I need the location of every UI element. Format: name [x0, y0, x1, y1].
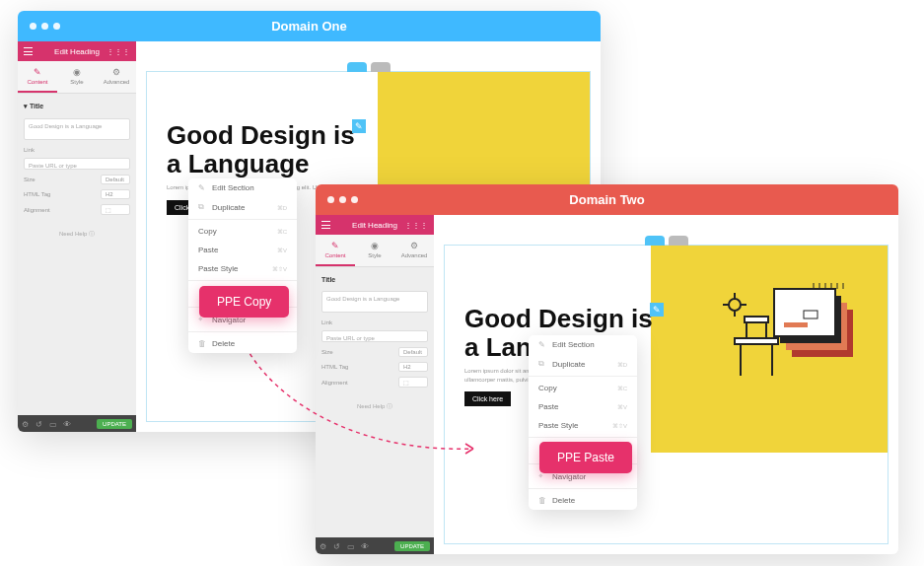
htmltag-select[interactable]: H2 [101, 189, 130, 199]
menu-delete[interactable]: 🗑Delete [529, 491, 637, 510]
menu-paste-style[interactable]: Paste Style⌘⇧V [529, 416, 637, 435]
tab-content[interactable]: ✎Content [316, 235, 355, 266]
separator [188, 280, 297, 281]
sidebar-header: Edit Heading ⋮⋮⋮ [316, 215, 434, 235]
editor-sidebar: Edit Heading ⋮⋮⋮ ✎Content ◉Style ⚙Advanc… [18, 41, 136, 432]
handle-add[interactable] [347, 62, 367, 72]
menu-icon[interactable] [321, 221, 330, 229]
droplet-icon: ◉ [357, 241, 392, 250]
image-widget[interactable] [651, 246, 888, 453]
apps-icon[interactable]: ⋮⋮⋮ [404, 221, 428, 230]
trash-icon: 🗑 [538, 496, 547, 505]
preview-icon[interactable]: 👁 [63, 420, 71, 428]
update-button[interactable]: UPDATE [97, 419, 132, 429]
need-help-link[interactable]: Need Help ⓘ [24, 230, 130, 239]
sidebar-title: Edit Heading [54, 47, 100, 56]
menu-duplicate[interactable]: ⧉Duplicate⌘D [529, 354, 637, 374]
apps-icon[interactable]: ⋮⋮⋮ [107, 47, 130, 56]
menu-edit-section[interactable]: ✎Edit Section [529, 335, 637, 354]
svg-rect-3 [774, 289, 835, 336]
link-input[interactable]: Paste URL or type [24, 158, 130, 170]
pencil-icon: ✎ [198, 183, 207, 192]
image-widget[interactable] [378, 72, 590, 200]
update-button[interactable]: UPDATE [394, 541, 430, 551]
svg-point-6 [729, 299, 741, 311]
sidebar-tabs: ✎Content ◉Style ⚙Advanced [316, 235, 434, 267]
menu-copy[interactable]: Copy⌘C [188, 222, 297, 241]
gear-icon: ⚙ [99, 67, 134, 77]
preview-icon[interactable]: 👁 [361, 542, 369, 550]
responsive-icon[interactable]: ▭ [49, 420, 57, 428]
sidebar-title: Edit Heading [352, 221, 397, 230]
sidebar-tabs: ✎Content ◉Style ⚙Advanced [18, 61, 136, 94]
svg-rect-5 [784, 322, 808, 327]
tab-advanced[interactable]: ⚙Advanced [394, 235, 434, 266]
context-menu: ✎Edit Section ⧉Duplicate⌘D Copy⌘C Paste⌘… [188, 178, 297, 353]
alignment-row: Alignment⬚ [24, 204, 130, 215]
history-icon[interactable]: ↺ [333, 542, 341, 550]
sidebar-panel: ▾ Title Good Design is a Language Link P… [18, 94, 136, 415]
pencil-icon: ✎ [538, 340, 547, 349]
separator [529, 376, 637, 377]
menu-paste[interactable]: Paste⌘V [529, 397, 637, 416]
menu-paste[interactable]: Paste⌘V [188, 241, 297, 259]
tab-advanced[interactable]: ⚙Advanced [97, 61, 136, 93]
edit-icon[interactable]: ✎ [352, 119, 366, 133]
context-menu: ✎Edit Section ⧉Duplicate⌘D Copy⌘C Paste⌘… [529, 335, 637, 510]
trash-icon: 🗑 [198, 339, 207, 348]
title-bar-two: Domain Two [316, 184, 898, 215]
settings-icon[interactable]: ⚙ [22, 420, 30, 428]
sidebar-footer: ⚙ ↺ ▭ 👁 UPDATE [18, 415, 136, 432]
settings-icon[interactable]: ⚙ [320, 542, 327, 550]
sidebar-header: Edit Heading ⋮⋮⋮ [18, 41, 136, 61]
svg-rect-12 [745, 317, 768, 322]
title-textarea[interactable]: Good Design is a Language [321, 291, 428, 313]
section-handles[interactable] [347, 62, 391, 72]
tab-content[interactable]: ✎Content [18, 61, 57, 93]
menu-delete[interactable]: 🗑Delete [188, 334, 297, 353]
link-label: Link [24, 147, 130, 153]
responsive-icon[interactable]: ▭ [347, 542, 355, 550]
separator [529, 488, 637, 489]
window-title: Domain One [18, 19, 601, 34]
handle-drag[interactable] [669, 236, 688, 246]
section-outline[interactable]: ✎ Good Design is a Lang Lorem ipsum dolo… [444, 245, 888, 544]
gear-icon: ⚙ [396, 241, 432, 250]
pencil-icon: ✎ [20, 67, 55, 77]
pencil-icon: ✎ [318, 241, 353, 250]
separator [529, 437, 637, 438]
section-handles[interactable] [645, 236, 688, 246]
handle-add[interactable] [645, 236, 665, 246]
htmltag-row: HTML TagH2 [24, 189, 130, 199]
ppe-copy-button[interactable]: PPE Copy [199, 286, 289, 318]
section-title[interactable]: ▾ Title [24, 100, 130, 113]
menu-copy[interactable]: Copy⌘C [529, 379, 637, 397]
handle-drag[interactable] [371, 62, 391, 72]
separator [188, 219, 297, 220]
edit-icon[interactable]: ✎ [650, 303, 664, 317]
tab-style[interactable]: ◉Style [57, 61, 97, 93]
duplicate-icon: ⧉ [198, 202, 207, 212]
heading-text: Good Design is a Language [167, 121, 364, 177]
menu-paste-style[interactable]: Paste Style⌘⇧V [188, 259, 297, 278]
size-select[interactable]: Default [101, 175, 130, 184]
ppe-paste-button[interactable]: PPE Paste [539, 442, 632, 473]
title-bar-one: Domain One [18, 11, 601, 41]
menu-duplicate[interactable]: ⧉Duplicate⌘D [188, 197, 297, 217]
title-textarea[interactable]: Good Design is a Language [24, 118, 130, 140]
tab-style[interactable]: ◉Style [355, 235, 394, 266]
canvas-area: ✎ Good Design is a Lang Lorem ipsum dolo… [434, 215, 898, 554]
svg-rect-7 [735, 338, 778, 344]
illustration-icon [715, 275, 873, 403]
menu-icon[interactable] [24, 47, 33, 55]
separator [188, 331, 297, 332]
window-title: Domain Two [316, 192, 898, 207]
menu-edit-section[interactable]: ✎Edit Section [188, 178, 297, 197]
history-icon[interactable]: ↺ [36, 420, 43, 428]
sidebar-footer: ⚙ ↺ ▭ 👁 UPDATE [316, 537, 434, 554]
section-title[interactable]: Title [321, 273, 428, 286]
duplicate-icon: ⧉ [538, 359, 547, 369]
droplet-icon: ◉ [59, 67, 95, 77]
size-row: SizeDefault [24, 175, 130, 184]
alignment-select[interactable]: ⬚ [101, 204, 130, 215]
